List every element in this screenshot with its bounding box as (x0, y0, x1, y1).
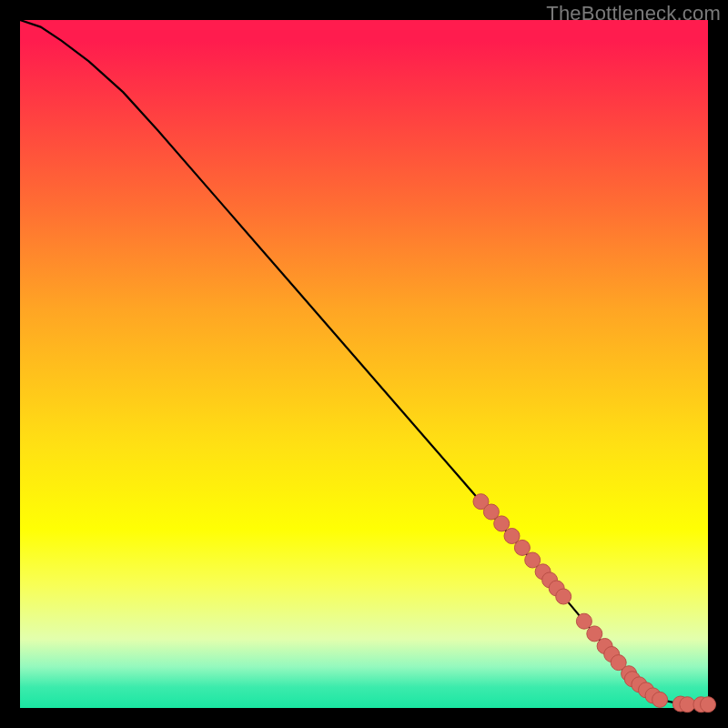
data-point (494, 516, 510, 531)
watermark-text: TheBottleneck.com (546, 2, 721, 25)
data-point (514, 540, 530, 555)
chart-svg (20, 20, 708, 708)
data-point (701, 697, 716, 713)
data-point (556, 589, 571, 604)
data-point (576, 613, 592, 629)
chart-plot-area (20, 20, 708, 708)
bottleneck-curve-path (20, 20, 708, 704)
marker-group (473, 494, 716, 713)
data-point (680, 697, 695, 713)
data-point (587, 626, 602, 642)
data-point (652, 692, 668, 707)
chart-frame: TheBottleneck.com (0, 0, 728, 728)
